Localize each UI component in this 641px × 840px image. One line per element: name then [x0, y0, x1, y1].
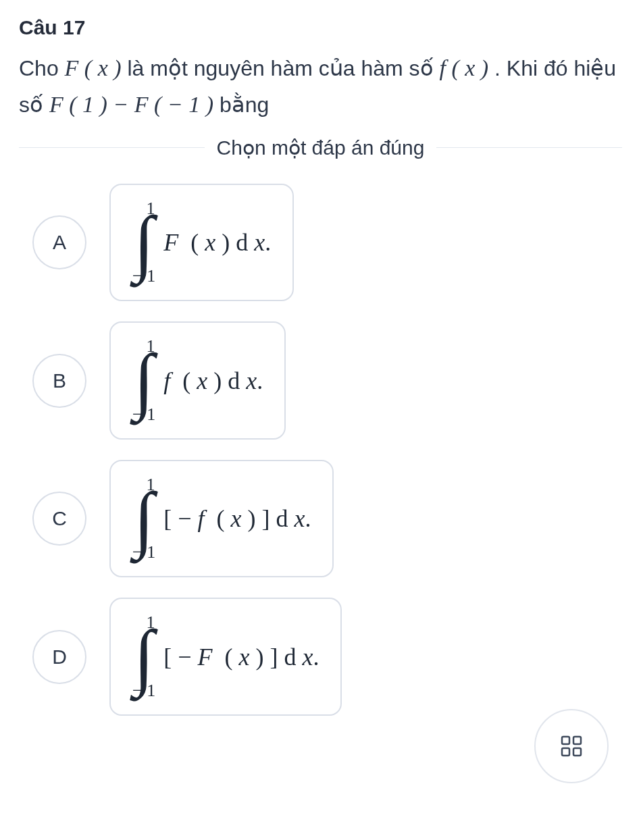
- question-page: Câu 17 Cho F ( x ) là một nguyên hàm của…: [0, 0, 641, 840]
- integrand: F ( x ) d x.: [163, 228, 271, 257]
- integral-sign-icon: ∫: [134, 215, 154, 271]
- svg-rect-1: [573, 737, 581, 744]
- integrand-func: F: [197, 644, 212, 671]
- integral-expression: 1 ∫ − 1 [ − F ( x ) ] d x.: [132, 612, 319, 701]
- integral-lower-limit: − 1: [132, 266, 155, 286]
- integral-expression: 1 ∫ − 1 [ − f ( x ) ] d x.: [132, 475, 311, 563]
- option-row-a: A 1 ∫ − 1 F ( x ) d x.: [19, 184, 622, 302]
- question-body: Cho F ( x ) là một nguyên hàm của hàm số…: [19, 50, 622, 124]
- integral-lower-limit: − 1: [132, 404, 155, 425]
- integral-symbol: 1 ∫ − 1: [132, 199, 155, 287]
- math-f-of-x: f ( x ): [439, 55, 488, 80]
- integrand: f ( x ) d x.: [163, 367, 263, 395]
- option-letter-d[interactable]: D: [32, 630, 86, 684]
- integral-sign-icon: ∫: [134, 352, 154, 409]
- integrand-func: f: [197, 505, 204, 532]
- option-row-b: B 1 ∫ − 1 f ( x ) d x.: [19, 321, 622, 440]
- option-letter-a[interactable]: A: [32, 215, 86, 269]
- option-box-b[interactable]: 1 ∫ − 1 f ( x ) d x.: [109, 321, 286, 440]
- option-box-d[interactable]: 1 ∫ − 1 [ − F ( x ) ] d x.: [109, 598, 342, 716]
- integrand-func: F: [163, 229, 178, 256]
- question-title: Câu 17: [19, 16, 622, 39]
- integral-symbol: 1 ∫ − 1: [132, 475, 155, 563]
- text: là một nguyên hàm của hàm số: [128, 56, 440, 80]
- svg-rect-3: [573, 748, 581, 756]
- grid-icon: [560, 735, 583, 758]
- option-letter-c[interactable]: C: [32, 492, 86, 546]
- svg-rect-2: [562, 748, 569, 756]
- divider-line: [19, 147, 205, 148]
- integral-symbol: 1 ∫ − 1: [132, 336, 155, 425]
- integral-lower-limit: − 1: [132, 681, 155, 701]
- integral-sign-icon: ∫: [134, 491, 154, 547]
- option-row-c: C 1 ∫ − 1 [ − f ( x ) ] d x.: [19, 460, 622, 578]
- integral-symbol: 1 ∫ − 1: [132, 612, 155, 701]
- integral-sign-icon: ∫: [134, 629, 154, 685]
- text: Cho: [19, 56, 65, 80]
- integral-lower-limit: − 1: [132, 542, 155, 562]
- option-letter-b[interactable]: B: [32, 354, 86, 408]
- grid-menu-button[interactable]: [534, 709, 609, 783]
- instruction-divider: Chọn một đáp án đúng: [19, 136, 622, 159]
- divider-line: [436, 147, 622, 148]
- text: bằng: [220, 93, 269, 117]
- integrand: [ − F ( x ) ] d x.: [163, 643, 319, 671]
- integral-expression: 1 ∫ − 1 F ( x ) d x.: [132, 199, 271, 287]
- integrand: [ − f ( x ) ] d x.: [163, 504, 311, 533]
- option-row-d: D 1 ∫ − 1 [ − F ( x ) ] d x.: [19, 598, 622, 716]
- integrand-func: f: [163, 367, 170, 394]
- option-box-c[interactable]: 1 ∫ − 1 [ − f ( x ) ] d x.: [109, 460, 334, 578]
- math-F-of-x: F ( x ): [65, 55, 122, 80]
- svg-rect-0: [562, 737, 569, 744]
- instruction-text: Chọn một đáp án đúng: [217, 136, 425, 159]
- integral-expression: 1 ∫ − 1 f ( x ) d x.: [132, 336, 263, 425]
- math-diff-expr: F ( 1 ) − F ( − 1 ): [49, 92, 213, 117]
- option-box-a[interactable]: 1 ∫ − 1 F ( x ) d x.: [109, 184, 294, 302]
